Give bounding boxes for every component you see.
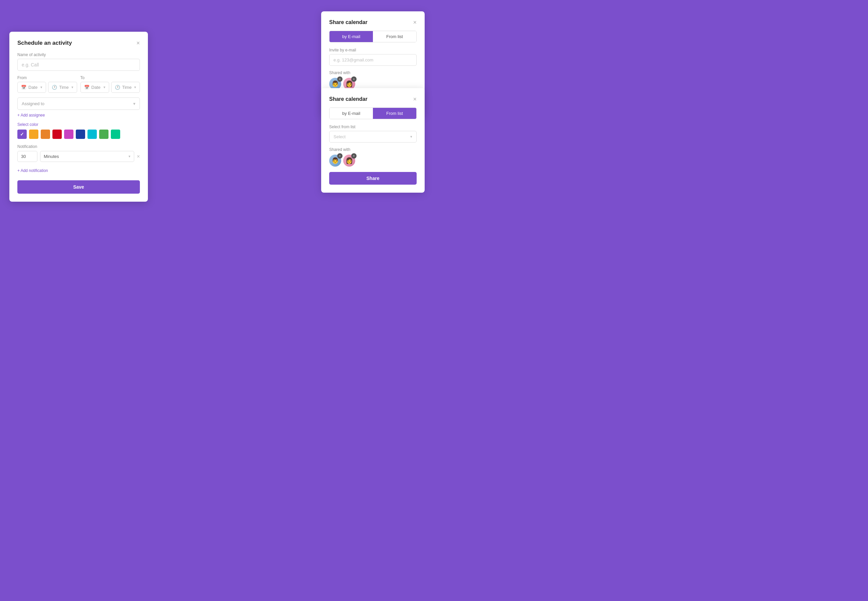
chevron-down-icon: ▾: [40, 85, 43, 90]
assigned-to-select[interactable]: Assigned to ▾: [17, 98, 140, 110]
clock-icon: 🕐: [115, 85, 120, 90]
schedule-activity-modal: Schedule an activity × Name of activity …: [9, 32, 148, 202]
share-calendar-modal-list: Share calendar × by E-mail From list Sel…: [321, 88, 425, 193]
color-swatch-teal[interactable]: [111, 130, 120, 139]
notification-number-input[interactable]: [17, 151, 37, 162]
from-label: From: [17, 75, 77, 80]
color-swatch-red[interactable]: [52, 130, 62, 139]
activity-name-field: Name of activity: [17, 52, 140, 75]
remove-avatar-1-button[interactable]: ×: [337, 76, 343, 82]
chevron-down-icon: ▾: [72, 85, 73, 90]
share-title-bottom: Share calendar: [329, 96, 368, 102]
avatar-face-male-2: 👨: [332, 157, 339, 164]
color-swatch-dark-blue[interactable]: [76, 130, 85, 139]
remove-avatar-2-button[interactable]: ×: [351, 76, 356, 82]
chevron-down-icon: ▾: [134, 85, 136, 90]
avatar-face-male: 👨: [332, 80, 339, 87]
to-date-select[interactable]: 📅 Date ▾: [81, 82, 109, 93]
modal-title: Schedule an activity: [17, 40, 72, 46]
close-button[interactable]: ×: [136, 40, 140, 46]
share-title-top: Share calendar: [329, 19, 368, 25]
chevron-down-icon: ▾: [410, 134, 412, 139]
from-section: From 📅 Date ▾ 🕐 Time ▾: [17, 75, 77, 93]
select-list-label: Select from list: [329, 125, 417, 129]
activity-name-label: Name of activity: [17, 52, 140, 57]
notification-section: Notification Minutes ▾ ×: [17, 144, 140, 162]
date-row: From 📅 Date ▾ 🕐 Time ▾ To 📅 Date: [17, 75, 140, 93]
to-label: To: [81, 75, 140, 80]
tab-email-bottom[interactable]: by E-mail: [329, 108, 373, 119]
save-button[interactable]: Save: [17, 180, 140, 194]
notification-unit-label: Minutes: [44, 154, 59, 159]
shared-with-label-top: Shared with: [329, 70, 417, 75]
tab-list-top[interactable]: From list: [373, 31, 416, 42]
avatar-face-female-2: 👩: [346, 157, 353, 164]
to-time-label: Time: [122, 85, 131, 90]
tab-email-top[interactable]: by E-mail: [329, 31, 373, 42]
add-assignee-link[interactable]: + Add assignee: [17, 113, 45, 117]
to-date-label: Date: [91, 85, 101, 90]
add-notification-link[interactable]: + Add notification: [17, 168, 48, 173]
shared-with-label-bottom: Shared with: [329, 147, 417, 152]
share-header-bottom: Share calendar ×: [329, 96, 417, 102]
color-swatch-cyan[interactable]: [87, 130, 97, 139]
to-inputs: 📅 Date ▾ 🕐 Time ▾: [81, 82, 140, 93]
email-input[interactable]: [329, 54, 417, 66]
chevron-down-icon: ▾: [133, 101, 136, 106]
calendar-icon: 📅: [84, 85, 90, 90]
from-time-label: Time: [59, 85, 69, 90]
remove-avatar-4-button[interactable]: ×: [351, 153, 356, 159]
avatar-face-female: 👩: [346, 80, 353, 87]
avatar-row-bottom: 👨 × 👩 ×: [329, 155, 417, 166]
color-picker: [17, 130, 140, 139]
clear-notification-button[interactable]: ×: [137, 154, 140, 160]
notification-unit-select[interactable]: Minutes ▾: [40, 151, 134, 162]
color-swatch-yellow[interactable]: [29, 130, 38, 139]
modal-header: Schedule an activity ×: [17, 40, 140, 46]
avatar-wrap-3: 👨 ×: [329, 155, 341, 166]
invite-label: Invite by e-mail: [329, 48, 417, 52]
share-tabs-top: by E-mail From list: [329, 31, 417, 43]
close-share-top-button[interactable]: ×: [413, 19, 417, 25]
chevron-down-icon: ▾: [104, 85, 105, 90]
notification-label: Notification: [17, 144, 140, 149]
notification-row: Minutes ▾ ×: [17, 151, 140, 162]
select-placeholder: Select: [333, 134, 346, 139]
to-section: To 📅 Date ▾ 🕐 Time ▾: [81, 75, 140, 93]
remove-avatar-3-button[interactable]: ×: [337, 153, 343, 159]
avatar-wrap-4: 👩 ×: [343, 155, 355, 166]
activity-name-input[interactable]: [17, 59, 140, 71]
color-swatch-purple[interactable]: [17, 130, 27, 139]
from-date-select[interactable]: 📅 Date ▾: [17, 82, 46, 93]
from-inputs: 📅 Date ▾ 🕐 Time ▾: [17, 82, 77, 93]
color-swatch-pink[interactable]: [64, 130, 73, 139]
assigned-to-row: Assigned to ▾: [17, 98, 140, 110]
share-header-top: Share calendar ×: [329, 19, 417, 25]
from-time-select[interactable]: 🕐 Time ▾: [48, 82, 77, 93]
select-color-label: Select color: [17, 122, 140, 127]
assigned-to-label: Assigned to: [22, 101, 44, 106]
select-from-list-dropdown[interactable]: Select ▾: [329, 131, 417, 143]
tab-list-bottom[interactable]: From list: [373, 108, 416, 119]
close-share-bottom-button[interactable]: ×: [413, 96, 417, 102]
clock-icon: 🕐: [52, 85, 57, 90]
color-swatch-orange[interactable]: [41, 130, 50, 139]
share-button-bottom[interactable]: Share: [329, 172, 417, 185]
color-swatch-green[interactable]: [99, 130, 108, 139]
chevron-down-icon: ▾: [128, 154, 131, 159]
from-date-label: Date: [28, 85, 37, 90]
calendar-icon: 📅: [21, 85, 26, 90]
to-time-select[interactable]: 🕐 Time ▾: [111, 82, 140, 93]
share-tabs-bottom: by E-mail From list: [329, 108, 417, 119]
